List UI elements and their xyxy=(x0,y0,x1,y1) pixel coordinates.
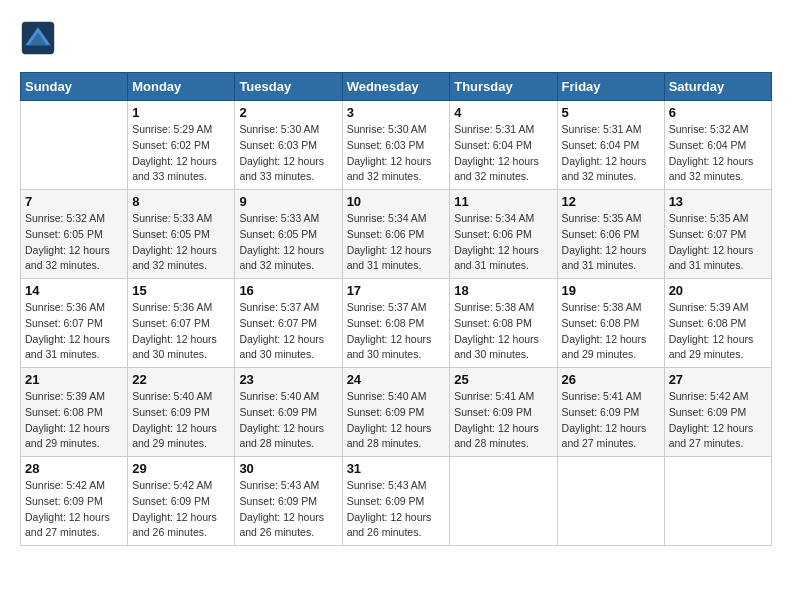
day-number: 29 xyxy=(132,461,230,476)
day-info: Sunrise: 5:31 AMSunset: 6:04 PMDaylight:… xyxy=(454,122,552,185)
day-number: 23 xyxy=(239,372,337,387)
page-header xyxy=(20,20,772,56)
calendar-cell: 16Sunrise: 5:37 AMSunset: 6:07 PMDayligh… xyxy=(235,279,342,368)
calendar-cell: 17Sunrise: 5:37 AMSunset: 6:08 PMDayligh… xyxy=(342,279,450,368)
calendar-cell xyxy=(557,457,664,546)
day-info: Sunrise: 5:41 AMSunset: 6:09 PMDaylight:… xyxy=(562,389,660,452)
day-number: 10 xyxy=(347,194,446,209)
calendar-body: 1Sunrise: 5:29 AMSunset: 6:02 PMDaylight… xyxy=(21,101,772,546)
day-info: Sunrise: 5:43 AMSunset: 6:09 PMDaylight:… xyxy=(347,478,446,541)
weekday-header-cell: Tuesday xyxy=(235,73,342,101)
calendar-cell: 3Sunrise: 5:30 AMSunset: 6:03 PMDaylight… xyxy=(342,101,450,190)
calendar-cell: 20Sunrise: 5:39 AMSunset: 6:08 PMDayligh… xyxy=(664,279,771,368)
day-number: 21 xyxy=(25,372,123,387)
day-info: Sunrise: 5:40 AMSunset: 6:09 PMDaylight:… xyxy=(347,389,446,452)
calendar-week-row: 21Sunrise: 5:39 AMSunset: 6:08 PMDayligh… xyxy=(21,368,772,457)
calendar-cell: 15Sunrise: 5:36 AMSunset: 6:07 PMDayligh… xyxy=(128,279,235,368)
weekday-header-cell: Thursday xyxy=(450,73,557,101)
day-number: 26 xyxy=(562,372,660,387)
calendar-cell: 13Sunrise: 5:35 AMSunset: 6:07 PMDayligh… xyxy=(664,190,771,279)
weekday-header-cell: Friday xyxy=(557,73,664,101)
day-number: 16 xyxy=(239,283,337,298)
calendar-cell: 12Sunrise: 5:35 AMSunset: 6:06 PMDayligh… xyxy=(557,190,664,279)
weekday-header-row: SundayMondayTuesdayWednesdayThursdayFrid… xyxy=(21,73,772,101)
calendar-week-row: 14Sunrise: 5:36 AMSunset: 6:07 PMDayligh… xyxy=(21,279,772,368)
day-number: 6 xyxy=(669,105,767,120)
day-info: Sunrise: 5:36 AMSunset: 6:07 PMDaylight:… xyxy=(25,300,123,363)
day-number: 11 xyxy=(454,194,552,209)
day-number: 18 xyxy=(454,283,552,298)
day-info: Sunrise: 5:43 AMSunset: 6:09 PMDaylight:… xyxy=(239,478,337,541)
day-info: Sunrise: 5:39 AMSunset: 6:08 PMDaylight:… xyxy=(669,300,767,363)
day-number: 9 xyxy=(239,194,337,209)
day-number: 5 xyxy=(562,105,660,120)
weekday-header-cell: Wednesday xyxy=(342,73,450,101)
logo xyxy=(20,20,62,56)
day-info: Sunrise: 5:29 AMSunset: 6:02 PMDaylight:… xyxy=(132,122,230,185)
day-info: Sunrise: 5:38 AMSunset: 6:08 PMDaylight:… xyxy=(562,300,660,363)
day-info: Sunrise: 5:42 AMSunset: 6:09 PMDaylight:… xyxy=(132,478,230,541)
day-info: Sunrise: 5:32 AMSunset: 6:04 PMDaylight:… xyxy=(669,122,767,185)
day-info: Sunrise: 5:33 AMSunset: 6:05 PMDaylight:… xyxy=(132,211,230,274)
day-number: 22 xyxy=(132,372,230,387)
calendar-cell: 10Sunrise: 5:34 AMSunset: 6:06 PMDayligh… xyxy=(342,190,450,279)
calendar-table: SundayMondayTuesdayWednesdayThursdayFrid… xyxy=(20,72,772,546)
day-info: Sunrise: 5:40 AMSunset: 6:09 PMDaylight:… xyxy=(239,389,337,452)
calendar-cell: 23Sunrise: 5:40 AMSunset: 6:09 PMDayligh… xyxy=(235,368,342,457)
calendar-cell: 14Sunrise: 5:36 AMSunset: 6:07 PMDayligh… xyxy=(21,279,128,368)
calendar-cell: 7Sunrise: 5:32 AMSunset: 6:05 PMDaylight… xyxy=(21,190,128,279)
calendar-cell: 18Sunrise: 5:38 AMSunset: 6:08 PMDayligh… xyxy=(450,279,557,368)
calendar-cell: 25Sunrise: 5:41 AMSunset: 6:09 PMDayligh… xyxy=(450,368,557,457)
day-info: Sunrise: 5:38 AMSunset: 6:08 PMDaylight:… xyxy=(454,300,552,363)
day-info: Sunrise: 5:34 AMSunset: 6:06 PMDaylight:… xyxy=(347,211,446,274)
calendar-cell: 29Sunrise: 5:42 AMSunset: 6:09 PMDayligh… xyxy=(128,457,235,546)
day-number: 12 xyxy=(562,194,660,209)
day-info: Sunrise: 5:40 AMSunset: 6:09 PMDaylight:… xyxy=(132,389,230,452)
calendar-cell: 21Sunrise: 5:39 AMSunset: 6:08 PMDayligh… xyxy=(21,368,128,457)
calendar-cell xyxy=(450,457,557,546)
day-info: Sunrise: 5:42 AMSunset: 6:09 PMDaylight:… xyxy=(669,389,767,452)
day-number: 14 xyxy=(25,283,123,298)
day-number: 28 xyxy=(25,461,123,476)
day-number: 30 xyxy=(239,461,337,476)
weekday-header-cell: Saturday xyxy=(664,73,771,101)
day-info: Sunrise: 5:36 AMSunset: 6:07 PMDaylight:… xyxy=(132,300,230,363)
weekday-header-cell: Sunday xyxy=(21,73,128,101)
day-number: 2 xyxy=(239,105,337,120)
calendar-cell: 28Sunrise: 5:42 AMSunset: 6:09 PMDayligh… xyxy=(21,457,128,546)
calendar-cell: 24Sunrise: 5:40 AMSunset: 6:09 PMDayligh… xyxy=(342,368,450,457)
calendar-cell: 2Sunrise: 5:30 AMSunset: 6:03 PMDaylight… xyxy=(235,101,342,190)
day-info: Sunrise: 5:35 AMSunset: 6:07 PMDaylight:… xyxy=(669,211,767,274)
day-info: Sunrise: 5:39 AMSunset: 6:08 PMDaylight:… xyxy=(25,389,123,452)
logo-icon xyxy=(20,20,56,56)
calendar-cell xyxy=(664,457,771,546)
calendar-week-row: 28Sunrise: 5:42 AMSunset: 6:09 PMDayligh… xyxy=(21,457,772,546)
day-number: 24 xyxy=(347,372,446,387)
calendar-cell: 4Sunrise: 5:31 AMSunset: 6:04 PMDaylight… xyxy=(450,101,557,190)
day-number: 13 xyxy=(669,194,767,209)
calendar-cell: 8Sunrise: 5:33 AMSunset: 6:05 PMDaylight… xyxy=(128,190,235,279)
day-info: Sunrise: 5:32 AMSunset: 6:05 PMDaylight:… xyxy=(25,211,123,274)
calendar-cell xyxy=(21,101,128,190)
day-number: 4 xyxy=(454,105,552,120)
calendar-cell: 11Sunrise: 5:34 AMSunset: 6:06 PMDayligh… xyxy=(450,190,557,279)
day-info: Sunrise: 5:37 AMSunset: 6:08 PMDaylight:… xyxy=(347,300,446,363)
calendar-cell: 22Sunrise: 5:40 AMSunset: 6:09 PMDayligh… xyxy=(128,368,235,457)
calendar-cell: 30Sunrise: 5:43 AMSunset: 6:09 PMDayligh… xyxy=(235,457,342,546)
day-info: Sunrise: 5:31 AMSunset: 6:04 PMDaylight:… xyxy=(562,122,660,185)
day-info: Sunrise: 5:30 AMSunset: 6:03 PMDaylight:… xyxy=(347,122,446,185)
calendar-week-row: 7Sunrise: 5:32 AMSunset: 6:05 PMDaylight… xyxy=(21,190,772,279)
day-number: 17 xyxy=(347,283,446,298)
calendar-cell: 9Sunrise: 5:33 AMSunset: 6:05 PMDaylight… xyxy=(235,190,342,279)
calendar-cell: 31Sunrise: 5:43 AMSunset: 6:09 PMDayligh… xyxy=(342,457,450,546)
day-number: 31 xyxy=(347,461,446,476)
weekday-header-cell: Monday xyxy=(128,73,235,101)
calendar-cell: 6Sunrise: 5:32 AMSunset: 6:04 PMDaylight… xyxy=(664,101,771,190)
day-info: Sunrise: 5:41 AMSunset: 6:09 PMDaylight:… xyxy=(454,389,552,452)
calendar-cell: 27Sunrise: 5:42 AMSunset: 6:09 PMDayligh… xyxy=(664,368,771,457)
calendar-cell: 5Sunrise: 5:31 AMSunset: 6:04 PMDaylight… xyxy=(557,101,664,190)
day-number: 8 xyxy=(132,194,230,209)
calendar-week-row: 1Sunrise: 5:29 AMSunset: 6:02 PMDaylight… xyxy=(21,101,772,190)
calendar-cell: 1Sunrise: 5:29 AMSunset: 6:02 PMDaylight… xyxy=(128,101,235,190)
day-number: 3 xyxy=(347,105,446,120)
